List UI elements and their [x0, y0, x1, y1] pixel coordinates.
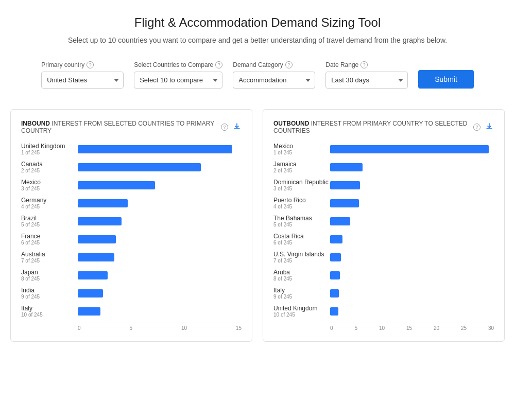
demand-category-label: Demand Category ? — [233, 61, 315, 68]
bar-label: Mexico 1 of 245 — [273, 143, 330, 155]
rank-label: 6 of 245 — [21, 240, 78, 246]
x-axis-label: 15 — [236, 325, 242, 331]
bar-area — [78, 145, 242, 153]
bar-row: Puerto Rico 4 of 245 — [273, 197, 494, 209]
bar-label: Jamaica 2 of 245 — [273, 161, 330, 173]
bar-row: Italy 10 of 245 — [21, 305, 242, 318]
rank-label: 1 of 245 — [273, 150, 330, 155]
inbound-download-button[interactable] — [232, 122, 242, 133]
primary-country-help-icon[interactable]: ? — [87, 61, 94, 68]
bar-label: Canada 2 of 245 — [21, 161, 78, 173]
x-axis-label: 5 — [354, 325, 357, 331]
rank-label: 8 of 245 — [273, 276, 330, 282]
inbound-bar-chart: United Kingdom 1 of 245 Canada 2 of 245 — [21, 143, 242, 331]
bar-row: Brazil 5 of 245 — [21, 215, 242, 227]
x-axis: 051015202530 — [330, 323, 494, 331]
demand-category-select[interactable]: Accommodation Flight — [233, 72, 315, 89]
bar-label: Mexico 3 of 245 — [21, 179, 78, 191]
country-name: Jamaica — [273, 161, 330, 168]
compare-countries-select[interactable]: Select 10 to compare — [134, 72, 222, 89]
x-axis-label: 5 — [129, 325, 132, 331]
bar-row: Mexico 1 of 245 — [273, 143, 494, 155]
bar-row: The Bahamas 5 of 245 — [273, 215, 494, 227]
rank-label: 6 of 245 — [273, 240, 330, 246]
bar-row: United Kingdom 1 of 245 — [21, 143, 242, 155]
bar — [78, 217, 122, 225]
bar-area — [78, 181, 242, 189]
bar-row: United Kingdom 10 of 245 — [273, 305, 494, 318]
country-name: The Bahamas — [273, 215, 330, 222]
x-axis-label: 10 — [181, 325, 187, 331]
primary-country-label: Primary country ? — [41, 61, 124, 68]
demand-category-help-icon[interactable]: ? — [285, 61, 293, 68]
bar-area — [78, 307, 242, 316]
bar-label: Japan 8 of 245 — [21, 269, 78, 282]
x-axis-label: 20 — [434, 325, 439, 331]
date-range-help-icon[interactable]: ? — [360, 61, 368, 68]
bar — [330, 307, 338, 316]
bar-row: Aruba 8 of 245 — [273, 269, 494, 282]
bar — [78, 307, 100, 316]
country-name: Italy — [273, 287, 330, 294]
country-name: Japan — [21, 269, 78, 276]
rank-label: 8 of 245 — [21, 276, 78, 282]
inbound-chart-title: INBOUND INTEREST FROM SELECTED COUNTRIES… — [21, 120, 221, 134]
rank-label: 5 of 245 — [273, 222, 330, 227]
rank-label: 10 of 245 — [21, 312, 78, 318]
rank-label: 5 of 245 — [21, 222, 78, 227]
date-range-group: Date Range ? Last 30 days Last 90 days L… — [325, 61, 408, 89]
bar-area — [330, 163, 494, 171]
country-name: United Kingdom — [21, 143, 78, 150]
page-container: Flight & Accommodation Demand Sizing Too… — [0, 0, 515, 357]
bar-area — [330, 253, 494, 261]
compare-countries-help-icon[interactable]: ? — [215, 61, 222, 68]
bar-area — [78, 163, 242, 171]
bar-label: Dominican Republic 3 of 245 — [273, 179, 330, 191]
bar-row: India 9 of 245 — [21, 287, 242, 300]
country-name: Mexico — [273, 143, 330, 150]
bar — [78, 181, 155, 189]
country-name: United Kingdom — [273, 305, 330, 312]
country-name: U.S. Virgin Islands — [273, 251, 330, 258]
bar-row: Dominican Republic 3 of 245 — [273, 179, 494, 191]
rank-label: 9 of 245 — [21, 294, 78, 300]
bar-label: Aruba 8 of 245 — [273, 269, 330, 282]
primary-country-select[interactable]: United States United Kingdom Canada Germ… — [41, 72, 124, 89]
inbound-help-icon[interactable]: ? — [221, 124, 228, 131]
compare-countries-label: Select Countries to Compare ? — [134, 61, 222, 68]
country-name: Puerto Rico — [273, 197, 330, 204]
bar-row: Japan 8 of 245 — [21, 269, 242, 282]
rank-label: 2 of 245 — [21, 168, 78, 173]
country-name: Brazil — [21, 215, 78, 222]
bar-area — [78, 253, 242, 261]
bar-label: Puerto Rico 4 of 245 — [273, 197, 330, 209]
page-subtitle: Select up to 10 countries you want to co… — [10, 35, 505, 46]
outbound-help-icon[interactable]: ? — [473, 124, 480, 131]
outbound-bar-chart: Mexico 1 of 245 Jamaica 2 of 245 — [273, 143, 494, 331]
bar — [330, 145, 489, 153]
bar-area — [330, 271, 494, 279]
country-name: India — [21, 287, 78, 294]
bar — [330, 199, 359, 207]
date-range-select[interactable]: Last 30 days Last 90 days Last 12 months — [325, 72, 408, 89]
x-axis-label: 0 — [330, 325, 333, 331]
outbound-chart-panel: OUTBOUND INTEREST FROM PRIMARY COUNTRY T… — [263, 109, 505, 342]
bar-label: The Bahamas 5 of 245 — [273, 215, 330, 227]
bar — [78, 253, 114, 261]
rank-label: 4 of 245 — [273, 204, 330, 209]
x-axis: 051015 — [78, 323, 242, 331]
x-axis-label: 30 — [488, 325, 494, 331]
rank-label: 7 of 245 — [21, 258, 78, 264]
submit-button[interactable]: Submit — [418, 70, 474, 89]
outbound-download-button[interactable] — [485, 122, 494, 133]
bar-area — [78, 289, 242, 297]
rank-label: 1 of 245 — [21, 150, 78, 155]
outbound-chart-title: OUTBOUND INTEREST FROM PRIMARY COUNTRY T… — [273, 120, 473, 134]
controls-bar: Primary country ? United States United K… — [10, 61, 505, 89]
primary-country-group: Primary country ? United States United K… — [41, 61, 124, 89]
bar — [78, 289, 103, 297]
outbound-chart-actions: ? — [473, 122, 494, 133]
compare-countries-group: Select Countries to Compare ? Select 10 … — [134, 61, 222, 89]
bar — [78, 271, 108, 279]
bar-label: Australia 7 of 245 — [21, 251, 78, 264]
